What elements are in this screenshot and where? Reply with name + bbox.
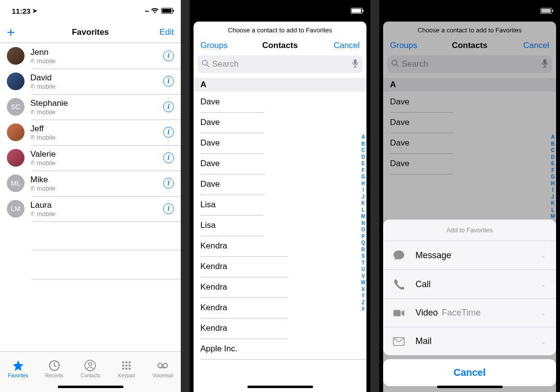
index-letter[interactable]: L: [362, 207, 365, 213]
index-letter[interactable]: S: [362, 253, 365, 259]
info-button[interactable]: i: [163, 76, 174, 87]
action-label: Mail: [415, 336, 432, 346]
index-letter[interactable]: Z: [362, 300, 365, 306]
index-letter[interactable]: D: [362, 154, 365, 160]
index-letter[interactable]: O: [361, 227, 365, 233]
index-letter[interactable]: N: [362, 220, 365, 226]
contact-row[interactable]: Kendra: [194, 277, 366, 297]
index-letter[interactable]: Q: [361, 240, 365, 246]
home-indicator[interactable]: [58, 386, 123, 388]
index-letter[interactable]: I: [363, 187, 364, 193]
signal-icon: ••••: [145, 9, 148, 13]
index-letter[interactable]: A: [362, 134, 365, 140]
info-button[interactable]: i: [163, 50, 174, 61]
info-button[interactable]: i: [163, 101, 174, 112]
contact-row[interactable]: Kendra: [194, 236, 366, 256]
index-letter[interactable]: F: [362, 168, 365, 173]
favorite-sub: ✆ mobile: [30, 185, 157, 192]
tab-label: Voicemail: [152, 373, 173, 378]
home-indicator[interactable]: [437, 386, 503, 388]
star-icon: [12, 359, 24, 372]
info-button[interactable]: i: [163, 203, 174, 214]
contact-picker-modal: Choose a contact to add to Favorites Gro…: [194, 22, 366, 392]
tab-contacts[interactable]: Contacts: [73, 352, 109, 382]
action-mail[interactable]: Mail ⌄: [383, 327, 556, 355]
chevron-down-icon: ⌄: [540, 251, 546, 259]
contact-row[interactable]: Dave: [194, 112, 366, 133]
groups-button[interactable]: Groups: [200, 41, 228, 50]
action-cancel-button[interactable]: Cancel: [383, 359, 556, 386]
contact-row[interactable]: Apple Inc.: [194, 339, 366, 359]
action-call[interactable]: Call ⌄: [383, 270, 556, 299]
svg-point-13: [163, 363, 168, 368]
index-letter[interactable]: E: [362, 161, 365, 167]
cancel-button[interactable]: Cancel: [334, 41, 360, 50]
index-letter[interactable]: Y: [362, 293, 365, 299]
index-letter[interactable]: K: [362, 200, 365, 206]
person-icon: [84, 359, 97, 372]
index-letter[interactable]: H: [362, 181, 365, 187]
section-header: A: [194, 78, 366, 92]
home-indicator[interactable]: [247, 386, 313, 388]
info-button[interactable]: i: [163, 178, 174, 189]
alphabet-index[interactable]: ABCDEFGHIJKLMNOPQRSTUVWXYZ#: [361, 134, 365, 312]
contact-row[interactable]: Lisa: [194, 215, 366, 236]
tab-label: Favorites: [8, 373, 28, 378]
list-item[interactable]: SCStephanie✆ mobilei: [0, 94, 181, 120]
list-item[interactable]: Jeff✆ mobilei: [0, 120, 181, 145]
info-button[interactable]: i: [163, 127, 174, 138]
screen-favorites: 11:23 ➤ •••• + Favorites Edit Jenn✆ mobi…: [0, 0, 181, 392]
index-letter[interactable]: V: [362, 273, 365, 279]
tab-favorites[interactable]: Favorites: [0, 352, 36, 382]
search-field[interactable]: [197, 55, 363, 73]
action-message[interactable]: Message ⌄: [383, 241, 556, 270]
contact-row[interactable]: Kendra: [194, 256, 366, 277]
contact-row[interactable]: Dave: [194, 174, 366, 195]
index-letter[interactable]: R: [362, 247, 365, 253]
search-input[interactable]: [212, 59, 349, 69]
svg-line-16: [207, 65, 209, 67]
contact-row[interactable]: Dave: [194, 92, 366, 112]
index-letter[interactable]: J: [362, 194, 365, 200]
index-letter[interactable]: B: [362, 141, 365, 147]
index-letter[interactable]: X: [362, 287, 365, 293]
microphone-icon[interactable]: [352, 59, 359, 70]
list-item[interactable]: LMLaura✆ mobilei: [0, 196, 181, 221]
phone-icon: ✆: [30, 58, 35, 64]
tab-voicemail[interactable]: Voicemail: [145, 352, 181, 382]
favorite-name: Jeff: [30, 124, 157, 134]
add-favorite-button[interactable]: +: [7, 25, 15, 39]
list-item[interactable]: David✆ mobilei: [0, 69, 181, 94]
tab-recents[interactable]: Recents: [36, 352, 73, 382]
contact-row[interactable]: Dave: [194, 133, 366, 153]
favorite-text: David✆ mobile: [30, 73, 157, 90]
svg-point-7: [125, 364, 127, 366]
tab-keypad[interactable]: Keypad: [108, 352, 145, 382]
index-letter[interactable]: T: [362, 260, 365, 266]
index-letter[interactable]: P: [362, 234, 365, 240]
index-letter[interactable]: C: [362, 147, 365, 153]
svg-point-3: [122, 361, 124, 363]
contact-row[interactable]: Kendra: [194, 297, 366, 318]
info-button[interactable]: i: [163, 152, 174, 163]
index-letter[interactable]: M: [361, 214, 365, 220]
clock-icon: [48, 359, 61, 372]
message-icon: [393, 250, 405, 261]
chevron-down-icon: ⌄: [540, 309, 546, 317]
list-item[interactable]: Valerie✆ mobilei: [0, 145, 181, 171]
edit-button[interactable]: Edit: [160, 27, 174, 37]
index-letter[interactable]: G: [361, 174, 365, 180]
action-video[interactable]: Video FaceTime ⌄: [383, 299, 556, 327]
index-letter[interactable]: #: [362, 306, 365, 312]
list-item[interactable]: MLMike✆ mobilei: [0, 171, 181, 196]
list-item[interactable]: Jenn✆ mobilei: [0, 43, 181, 69]
index-letter[interactable]: W: [361, 280, 365, 286]
favorite-name: Jenn: [30, 48, 157, 57]
favorite-sub: ✆ mobile: [30, 159, 157, 167]
contact-row[interactable]: Kendra: [194, 318, 366, 339]
contact-row[interactable]: Lisa: [194, 195, 366, 215]
contact-row[interactable]: Dave: [194, 153, 366, 174]
index-letter[interactable]: U: [362, 267, 365, 272]
favorite-name: David: [30, 73, 157, 83]
avatar: ML: [7, 174, 24, 192]
